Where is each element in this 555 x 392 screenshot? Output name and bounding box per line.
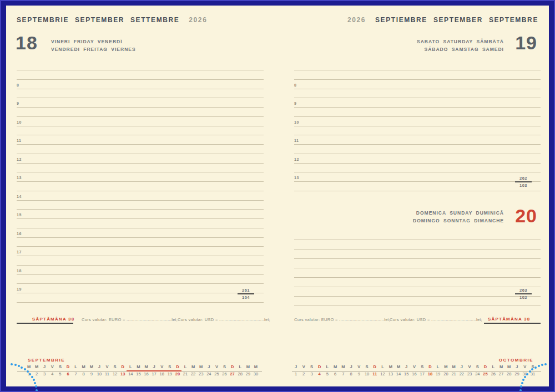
october-calendar-rule — [292, 371, 541, 371]
september-calendar-day: D6 — [64, 364, 72, 376]
right-day19-hour-label: 8 — [294, 83, 296, 87]
left-day18-ruled-line — [17, 228, 264, 228]
september-calendar-day-letter: M — [25, 364, 33, 369]
left-day18-hour-label: 13 — [17, 176, 22, 180]
october-calendar-day: J22 — [457, 364, 466, 376]
october-calendar-day: D18 — [426, 364, 434, 376]
bottom-right-arc-dot — [521, 382, 523, 384]
left-day18-hour-label: 11 — [17, 139, 21, 142]
october-calendar-day: J1 — [292, 364, 300, 376]
september-calendar-day: M30 — [251, 364, 260, 376]
september-calendar-day: S26 — [220, 364, 229, 376]
september-calendar-day: V11 — [103, 364, 112, 376]
october-calendar-day-number: 26 — [489, 371, 497, 376]
left-exchange-usd: Curs valutar: USD = ....................… — [178, 317, 270, 322]
october-calendar-day: M7 — [339, 364, 347, 376]
october-calendar-day-number: 8 — [347, 371, 355, 376]
october-calendar-day-number: 10 — [363, 371, 371, 376]
september-calendar-day-number: 23 — [197, 371, 205, 376]
october-calendar-day-number: 4 — [315, 371, 324, 376]
september-calendar-day: M2 — [33, 364, 41, 376]
october-calendar-day-letter: M — [331, 364, 340, 369]
bottom-left-arc-dot — [27, 370, 29, 373]
october-calendar-day-number: 24 — [473, 371, 482, 376]
september-calendar-day: M23 — [197, 364, 205, 376]
september-calendar-day-number: 14 — [127, 371, 135, 376]
september-calendar-day-letter: S — [111, 364, 119, 369]
october-calendar-day-number: 29 — [513, 371, 521, 376]
october-calendar-day-letter: J — [457, 364, 466, 369]
october-calendar-day: J29 — [513, 364, 521, 376]
september-calendar-day-letter: V — [158, 364, 166, 369]
october-calendar-day: S17 — [418, 364, 426, 376]
september-calendar-day: L28 — [236, 364, 244, 376]
right-day20-names-line2: DOMINGO SONNTAG DIMANCHE — [413, 217, 504, 225]
left-mini-calendar-title: SEPTEMBRIE — [28, 358, 65, 363]
september-calendar-day: S5 — [56, 364, 64, 376]
left-day18-hour-label: 19 — [17, 287, 22, 291]
right-day20-names-line1: DOMENICA SUNDAY DUMINICĂ — [413, 209, 504, 217]
left-day18-ruled-line — [17, 163, 264, 164]
october-calendar-day: M21 — [450, 364, 458, 376]
right-day20-day-of-year: 263 — [514, 288, 533, 293]
september-calendar-day: M29 — [244, 364, 252, 376]
left-day18-ruled-line — [17, 191, 264, 191]
bottom-left-arc-dot — [29, 373, 31, 375]
left-day-names-line2: VENDREDI FREITAG VIERNES — [51, 45, 136, 53]
october-calendar-day-number: 15 — [402, 371, 411, 376]
right-month-header: 2026 SEPTIEMBRE SEPTEMBER SEPTEMBRE — [347, 16, 538, 24]
october-calendar-day-letter: M — [386, 364, 395, 369]
october-calendar-day-letter: D — [371, 364, 379, 369]
september-calendar-day-letter: D — [173, 364, 181, 369]
right-day20-ruled-line — [294, 249, 541, 250]
left-exchange-euro: Curs valutar: EURO = ...................… — [82, 317, 178, 322]
october-calendar-day-number: 20 — [442, 371, 450, 376]
september-calendar-day-letter: S — [220, 364, 229, 369]
right-mini-calendar-title: OCTOMBRIE — [499, 358, 533, 363]
left-day18-ruled-line — [17, 237, 264, 238]
september-calendar-day-letter: D — [228, 364, 236, 369]
october-calendar-day-letter: M — [505, 364, 513, 369]
october-calendar-day-number: 2 — [300, 371, 308, 376]
october-calendar-day: D25 — [481, 364, 490, 376]
left-day18-ruled-line — [17, 89, 264, 89]
october-calendar-day-letter: S — [418, 364, 426, 369]
october-calendar-day: M14 — [395, 364, 403, 376]
bottom-right-arc-dot — [526, 373, 528, 375]
september-calendar-day-number: 2 — [33, 371, 41, 376]
september-calendar-day-number: 24 — [205, 371, 213, 376]
left-day18-ruled-line — [17, 70, 264, 70]
september-calendar-day-letter: M — [33, 364, 41, 369]
left-month-header: SEPTEMBRIE SEPTEMBER SETTEMBRE 2026 — [17, 16, 207, 24]
october-calendar-day-number: 19 — [434, 371, 442, 376]
bottom-left-arc-dot — [24, 368, 26, 370]
right-month-names: SEPTIEMBRE SEPTEMBER SEPTEMBRE — [375, 16, 538, 24]
left-fraction-bar — [238, 293, 254, 294]
october-calendar-day: L19 — [434, 364, 442, 376]
september-calendar-day-letter: M — [244, 364, 252, 369]
september-calendar-day: M9 — [87, 364, 95, 376]
bottom-right-arc-dot — [529, 370, 531, 373]
right-day19-names: SABATO SATURDAY SÂMBĂTĂ SÁBADO SAMSTAG S… — [417, 38, 504, 53]
left-day18-ruled-line — [17, 265, 264, 266]
october-calendar-day-letter: M — [395, 364, 403, 369]
september-calendar-day-number: 5 — [56, 371, 64, 376]
october-calendar-day-number: 11 — [371, 371, 379, 376]
october-calendar-day-letter: V — [300, 364, 308, 369]
september-calendar-day-letter: S — [165, 364, 174, 369]
september-calendar-day-letter: S — [56, 364, 64, 369]
right-day19-hour-label: 12 — [294, 157, 299, 161]
september-calendar-day-number: 10 — [95, 371, 103, 376]
september-calendar-day: M22 — [189, 364, 198, 376]
right-day20-ruled-line — [294, 306, 541, 306]
bottom-right-arc-dot — [544, 363, 547, 365]
right-day19-names-line1: SABATO SATURDAY SÂMBĂTĂ — [417, 38, 504, 45]
right-day19-hour-label: 13 — [294, 176, 299, 180]
right-day20-fraction-bar — [515, 293, 532, 294]
october-calendar-day-number: 1 — [292, 371, 300, 376]
october-calendar-day: L26 — [489, 364, 497, 376]
right-day19-hour-label: 10 — [294, 120, 299, 124]
right-day20-ruled-line — [294, 240, 541, 240]
october-calendar-day-letter: L — [379, 364, 387, 369]
october-calendar-day-letter: V — [355, 364, 363, 369]
